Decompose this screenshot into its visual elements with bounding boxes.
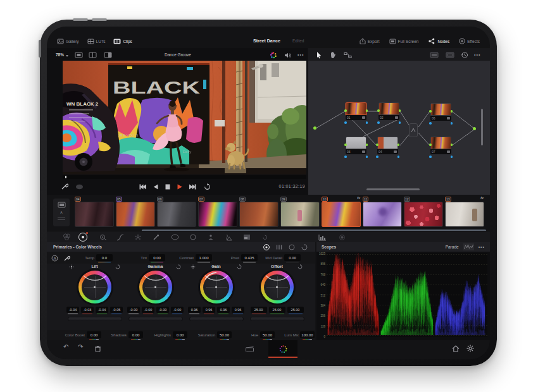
node-output-dot[interactable] <box>366 144 368 146</box>
tool-key-icon[interactable] <box>224 233 233 242</box>
wheels-mode-wheels-icon[interactable] <box>263 244 270 250</box>
tool-ellipse-window-icon[interactable] <box>170 233 179 242</box>
node-input-dot[interactable] <box>376 144 378 146</box>
viewer-seekbar[interactable] <box>63 175 306 179</box>
wheels-reset-icon[interactable] <box>301 244 308 250</box>
color-wheel-icon[interactable] <box>270 51 277 59</box>
clip-thumbnail-12[interactable]: 12 <box>404 202 443 227</box>
gamma-master-slider[interactable] <box>128 317 183 321</box>
field-value-contrast[interactable]: 1.000 <box>196 254 212 261</box>
node-key-input-dot[interactable] <box>377 121 380 124</box>
viewer-mode-single-icon[interactable] <box>75 52 83 58</box>
play-button[interactable] <box>177 184 182 190</box>
node-view-icon[interactable] <box>446 52 454 58</box>
lift-master-slider[interactable] <box>68 317 122 321</box>
stop-button[interactable] <box>165 184 170 190</box>
tool-color-wheels-icon[interactable] <box>62 233 71 242</box>
gain-color-wheel[interactable] <box>200 271 233 303</box>
home-button[interactable] <box>452 345 460 352</box>
tool-face-icon[interactable] <box>206 233 215 242</box>
node-key-output-dot[interactable] <box>366 156 368 158</box>
volume-down-button[interactable] <box>92 18 107 21</box>
wheel-value[interactable]: -0.03 <box>81 307 94 313</box>
wheel-reset-icon[interactable] <box>115 264 120 269</box>
node-key-input-dot[interactable] <box>344 121 347 124</box>
node-output-dot[interactable] <box>397 144 400 146</box>
wheel-value[interactable]: -0.00 <box>171 307 184 313</box>
tool-blur-icon[interactable] <box>134 233 142 242</box>
tool-swirl-icon[interactable] <box>260 233 269 242</box>
wheel-value[interactable]: 25.00 <box>287 307 304 313</box>
settings-button[interactable] <box>466 345 474 352</box>
scope-mode-dropdown[interactable]: Parade <box>446 245 459 249</box>
node-graph[interactable]: 010206030407 <box>308 61 490 195</box>
bottom-field-value-lum-mix[interactable]: 100.00 <box>300 331 315 338</box>
wheel-value[interactable]: 25.00 <box>269 307 285 313</box>
wheel-value[interactable]: -0.00 <box>156 307 169 313</box>
wheel-value[interactable]: -0.00 <box>142 307 154 313</box>
bottom-field-value-hue[interactable]: 50.00 <box>260 331 275 338</box>
graph-input-dot[interactable] <box>313 126 316 130</box>
bottom-field-value-highlights[interactable]: 0.00 <box>173 331 187 338</box>
viewer-more-menu[interactable]: ••• <box>297 52 304 57</box>
clip-thumbnail-13[interactable]: 13fx <box>445 202 484 227</box>
offset-color-wheel[interactable] <box>261 271 294 303</box>
node-output-dot[interactable] <box>366 109 368 112</box>
wheel-value[interactable]: 0.96 <box>232 307 244 313</box>
undo-button[interactable]: ↶ <box>63 343 68 350</box>
step-back-button[interactable] <box>153 184 158 190</box>
node-output-dot[interactable] <box>451 110 453 113</box>
menubar-luts-button[interactable]: LUTs <box>85 37 108 46</box>
field-value-pivot[interactable]: 0.435 <box>241 254 258 261</box>
node-key-output-dot[interactable] <box>397 156 400 158</box>
graph-vertical-scrollbar[interactable] <box>481 109 483 145</box>
delete-button[interactable] <box>95 345 101 352</box>
skip-forward-button[interactable] <box>189 184 196 190</box>
clip-thumbnail-05[interactable]: 05 <box>116 202 155 227</box>
clapper-icon[interactable] <box>246 346 254 352</box>
clip-thumbnail-11[interactable]: 11 <box>363 202 402 227</box>
tool-window-icon[interactable] <box>242 233 251 242</box>
node-key-input-dot[interactable] <box>429 156 432 158</box>
viewer-mode-wipe-icon[interactable] <box>104 52 112 58</box>
menubar-fullscreen-button[interactable]: Full Screen <box>387 37 422 46</box>
node-output-dot[interactable] <box>399 109 401 112</box>
layer-mixer-node[interactable] <box>409 123 418 137</box>
wheel-target-icon[interactable] <box>69 264 74 269</box>
menubar-export-button[interactable]: Export <box>357 36 382 46</box>
node-02[interactable]: 02 <box>378 102 399 120</box>
tool-histogram-icon[interactable] <box>318 233 327 242</box>
bottom-field-value-shadows[interactable]: 0.00 <box>128 331 143 338</box>
gamma-color-wheel[interactable] <box>139 271 172 303</box>
menubar-gallery-button[interactable]: Gallery <box>54 37 82 46</box>
wheel-value[interactable]: 25.00 <box>251 307 267 313</box>
wheel-reset-icon[interactable] <box>237 264 242 269</box>
image-compare-icon[interactable] <box>75 184 84 190</box>
node-07[interactable]: 07 <box>430 137 451 154</box>
node-input-dot[interactable] <box>377 109 380 112</box>
scopes-more-menu[interactable]: ••• <box>479 245 485 249</box>
cursor-tool-icon[interactable] <box>316 51 323 59</box>
tool-curves-icon[interactable] <box>116 233 125 242</box>
zoom-level-dropdown[interactable]: 78% <box>56 52 64 57</box>
clip-thumbnail-04[interactable]: 04 <box>75 202 114 227</box>
bottom-field-value-saturation[interactable]: 50.00 <box>217 331 232 338</box>
history-icon[interactable] <box>461 51 468 59</box>
tool-circle-window-icon[interactable] <box>189 233 197 242</box>
wheel-value[interactable]: 0.96 <box>203 307 215 313</box>
menubar-clips-button[interactable]: Clips <box>111 37 134 46</box>
menubar-effects-button[interactable]: Effects <box>456 36 482 46</box>
volume-up-button[interactable] <box>73 18 88 21</box>
menubar-nodes-button[interactable]: Nodes <box>425 36 452 46</box>
clip-thumbnail-10[interactable]: 10fx <box>322 202 361 227</box>
wheels-mode-bars-icon[interactable] <box>276 244 282 250</box>
node-preview-icon[interactable] <box>430 52 439 58</box>
tool-glow-icon[interactable] <box>337 233 346 242</box>
node-input-dot[interactable] <box>344 109 347 112</box>
field-value-tint[interactable]: 0.00 <box>149 254 165 261</box>
wheel-value[interactable]: -0.04 <box>66 307 79 313</box>
node-06[interactable]: 06 <box>430 103 451 121</box>
redo-button[interactable]: ↷ <box>78 343 83 350</box>
tool-tracker-icon[interactable] <box>99 233 108 242</box>
pan-tool-icon[interactable] <box>329 51 336 59</box>
